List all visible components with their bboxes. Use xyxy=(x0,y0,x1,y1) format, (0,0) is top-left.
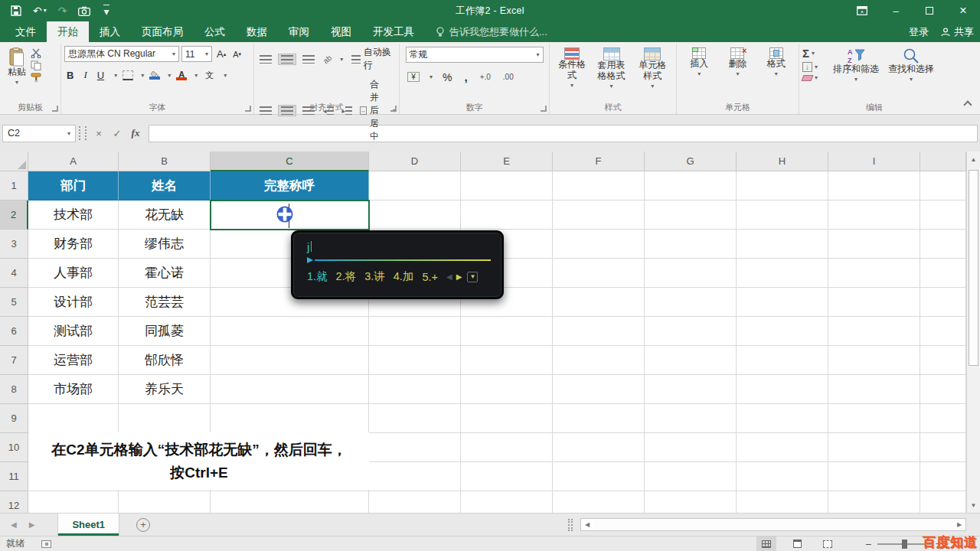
paste-button[interactable]: 粘贴 ▾ xyxy=(3,46,31,87)
cell-B4[interactable]: 霍心诺 xyxy=(119,259,211,288)
font-size-combo[interactable]: 11▾ xyxy=(181,46,212,62)
tab-视图[interactable]: 视图 xyxy=(320,21,362,42)
minimize-button[interactable]: – xyxy=(879,0,913,21)
row-header-1[interactable]: 1 xyxy=(0,171,28,201)
cell-D10[interactable] xyxy=(369,433,461,462)
column-header-partial[interactable] xyxy=(920,152,966,171)
comma-style-button[interactable]: , xyxy=(462,70,469,84)
cell-B1[interactable]: 姓名 xyxy=(119,171,211,201)
cell-A8[interactable]: 市场部 xyxy=(28,375,119,404)
align-middle-icon[interactable] xyxy=(278,54,296,65)
row-header-3[interactable]: 3 xyxy=(0,230,28,259)
cell-I6[interactable] xyxy=(828,317,920,346)
cell-J9[interactable] xyxy=(920,404,966,433)
column-header-E[interactable]: E xyxy=(461,152,553,171)
share-button[interactable]: 共享 xyxy=(941,25,974,39)
cell-F2[interactable] xyxy=(553,201,645,230)
cell-C6[interactable] xyxy=(211,317,369,346)
ime-candidate-2[interactable]: 2.将 xyxy=(336,269,357,284)
cell-G1[interactable] xyxy=(645,171,737,201)
name-box[interactable]: C2 ▾ xyxy=(2,125,76,142)
cell-F5[interactable] xyxy=(553,288,645,317)
cell-I1[interactable] xyxy=(828,171,920,201)
font-color-dropdown-icon[interactable]: ▾ xyxy=(194,72,198,79)
cell-J8[interactable] xyxy=(920,375,966,404)
cell-J1[interactable] xyxy=(920,171,966,201)
cell-A6[interactable]: 测试部 xyxy=(28,317,119,346)
cell-C8[interactable] xyxy=(211,375,369,404)
cell-C7[interactable] xyxy=(211,346,369,375)
cell-A12[interactable] xyxy=(28,491,119,513)
cell-styles-button[interactable]: 单元格样式 ▾ xyxy=(632,46,673,91)
cell-D1[interactable] xyxy=(369,171,461,201)
cell-C1[interactable]: 完整称呼 xyxy=(211,171,369,201)
tab-审阅[interactable]: 审阅 xyxy=(278,21,320,42)
cell-F3[interactable] xyxy=(553,230,645,259)
column-header-F[interactable]: F xyxy=(553,152,645,171)
cell-H3[interactable] xyxy=(737,230,828,259)
tab-数据[interactable]: 数据 xyxy=(236,21,278,42)
cell-B8[interactable]: 养乐天 xyxy=(119,375,211,404)
column-header-A[interactable]: A xyxy=(28,152,119,171)
cell-F9[interactable] xyxy=(553,404,645,433)
maximize-button[interactable] xyxy=(913,0,946,21)
phonetic-guide-button[interactable]: 文 xyxy=(203,69,216,82)
row-header-10[interactable]: 10 xyxy=(0,433,28,462)
ime-candidate-3[interactable]: 3.讲 xyxy=(364,269,385,284)
formula-bar-handle[interactable] xyxy=(79,126,87,140)
cell-E1[interactable] xyxy=(461,171,553,201)
cell-B12[interactable] xyxy=(119,491,211,513)
cell-H2[interactable] xyxy=(737,201,828,230)
ime-candidate-1[interactable]: 1.就 xyxy=(307,269,328,284)
align-bottom-icon[interactable] xyxy=(300,54,317,64)
cell-B2[interactable]: 花无缺 xyxy=(119,201,211,230)
font-color-button[interactable]: A xyxy=(176,70,187,80)
column-header-B[interactable]: B xyxy=(119,152,211,171)
cell-D9[interactable] xyxy=(369,404,461,433)
cell-G12[interactable] xyxy=(645,491,737,513)
fill-button[interactable]: ↓▾ xyxy=(802,62,828,72)
column-header-G[interactable]: G xyxy=(645,152,737,171)
cell-C9[interactable] xyxy=(211,404,369,433)
cell-H8[interactable] xyxy=(737,375,828,404)
cell-A9[interactable] xyxy=(28,404,119,433)
page-layout-view-icon[interactable] xyxy=(787,536,807,551)
percent-style-button[interactable]: % xyxy=(440,70,454,84)
phonetic-dropdown-icon[interactable]: ▾ xyxy=(224,72,227,79)
cell-I3[interactable] xyxy=(828,230,920,259)
close-button[interactable]: × xyxy=(946,0,980,21)
vertical-scroll-thumb[interactable] xyxy=(969,170,978,366)
autosum-button[interactable]: Σ▾ xyxy=(802,47,828,60)
cell-B5[interactable]: 范芸芸 xyxy=(119,288,211,317)
macro-record-icon[interactable] xyxy=(41,540,51,548)
cell-D6[interactable] xyxy=(369,317,461,346)
horizontal-scrollbar[interactable]: ◀ ▶ xyxy=(580,518,966,531)
cell-G2[interactable] xyxy=(645,201,737,230)
cell-J3[interactable] xyxy=(920,230,966,259)
collapse-ribbon-icon[interactable] xyxy=(963,100,972,109)
tell-me-box[interactable]: 告诉我您想要做什么... xyxy=(436,21,547,42)
cell-E10[interactable] xyxy=(461,433,553,462)
sheet-tab-Sheet1[interactable]: Sheet1 xyxy=(57,514,119,536)
undo-dropdown-icon[interactable]: ▾ xyxy=(44,8,47,14)
enter-entry-icon[interactable]: ✓ xyxy=(108,125,126,142)
cell-I12[interactable] xyxy=(828,491,920,513)
zoom-slider-thumb[interactable] xyxy=(902,540,907,549)
cell-E11[interactable] xyxy=(461,462,553,491)
fill-color-button[interactable] xyxy=(149,71,160,80)
cell-J6[interactable] xyxy=(920,317,966,346)
scroll-down-icon[interactable]: ▼ xyxy=(967,497,980,513)
cell-H4[interactable] xyxy=(737,259,828,288)
sheet-nav-next-icon[interactable]: ▶ xyxy=(29,520,35,529)
cell-J12[interactable] xyxy=(920,491,966,513)
cell-F12[interactable] xyxy=(553,491,645,513)
sheet-nav-prev-icon[interactable]: ◀ xyxy=(11,520,17,529)
cell-G6[interactable] xyxy=(645,317,737,346)
align-top-icon[interactable] xyxy=(257,54,274,64)
insert-function-icon[interactable]: fx xyxy=(126,125,145,142)
cell-J11[interactable] xyxy=(920,462,966,491)
cell-D11[interactable] xyxy=(369,462,461,491)
cell-E12[interactable] xyxy=(461,491,553,513)
cell-F7[interactable] xyxy=(553,346,645,375)
ime-expand-icon[interactable]: ▼ xyxy=(467,272,478,282)
